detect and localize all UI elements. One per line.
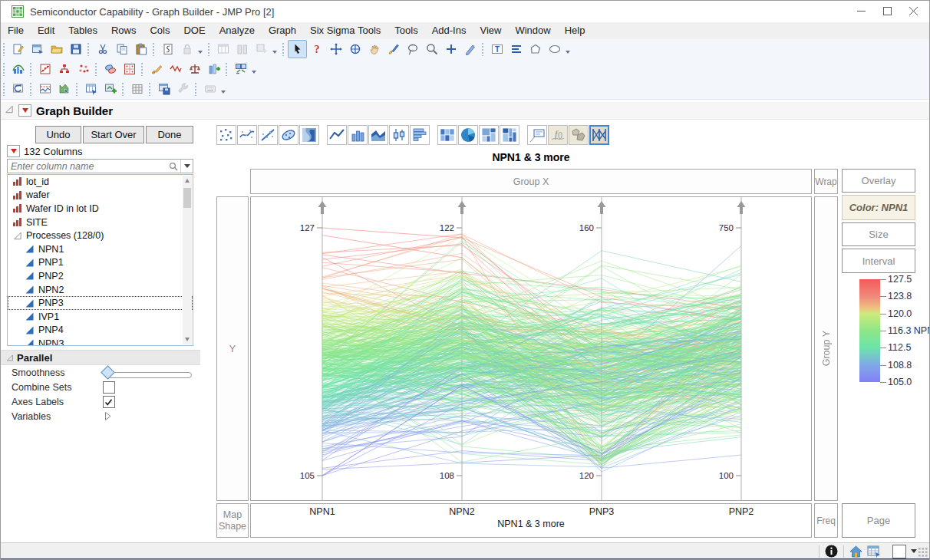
toolbar-grip[interactable] bbox=[194, 82, 197, 96]
collapse-triangle-icon[interactable] bbox=[5, 354, 14, 362]
oval-annotation-button[interactable] bbox=[545, 40, 564, 58]
new-window-button[interactable] bbox=[28, 40, 47, 58]
menu-item-tools[interactable]: Tools bbox=[388, 22, 424, 39]
toolbar-overflow-icon[interactable] bbox=[198, 51, 203, 54]
menu-item-file[interactable]: File bbox=[1, 22, 31, 39]
palette-ellipse-icon[interactable] bbox=[279, 125, 298, 145]
copy-button[interactable] bbox=[112, 40, 131, 58]
crosshair-tool-button[interactable] bbox=[326, 40, 345, 58]
bullseye-tool-button[interactable] bbox=[345, 40, 364, 58]
scroll-up-icon[interactable] bbox=[185, 179, 190, 183]
journal-refresh-button[interactable] bbox=[8, 80, 28, 98]
search-dropdown-button[interactable] bbox=[181, 164, 193, 168]
size-zone-button[interactable]: Size bbox=[842, 222, 915, 246]
interval-zone-button[interactable]: Interval bbox=[842, 249, 915, 273]
menu-item-cols[interactable]: Cols bbox=[143, 22, 176, 39]
help-tool-button[interactable]: ? bbox=[307, 40, 326, 58]
distribution-button[interactable] bbox=[8, 60, 28, 78]
journal-button[interactable] bbox=[158, 40, 177, 58]
grid-table-button[interactable] bbox=[127, 80, 147, 98]
palette-mosaic-icon[interactable] bbox=[500, 125, 519, 145]
graph-pointer-button[interactable] bbox=[54, 80, 74, 98]
column-item-wafer-id-in-lot-id[interactable]: Wafer ID in lot ID bbox=[8, 202, 193, 216]
palette-area-icon[interactable] bbox=[368, 125, 388, 145]
view-plus-button[interactable] bbox=[101, 80, 120, 98]
axis-up-arrow-icon[interactable] bbox=[598, 201, 606, 214]
pencil-tool-button[interactable] bbox=[460, 40, 480, 58]
menu-item-view[interactable]: View bbox=[473, 22, 508, 39]
toolbar-overflow-icon[interactable] bbox=[566, 51, 570, 54]
brush-tool-button[interactable] bbox=[384, 40, 403, 58]
overlay-zone-button[interactable]: Overlay bbox=[842, 169, 915, 193]
palette-bar-icon[interactable] bbox=[348, 125, 368, 145]
scroll-down-icon[interactable] bbox=[185, 338, 190, 341]
hierarchy-button[interactable] bbox=[54, 60, 74, 78]
menu-item-graph[interactable]: Graph bbox=[262, 22, 303, 39]
palette-heatmap-icon[interactable] bbox=[437, 125, 457, 145]
palette-box-plot-icon[interactable] bbox=[389, 125, 409, 145]
menu-item-six-sigma-tools[interactable]: Six Sigma Tools bbox=[303, 22, 388, 39]
menu-item-window[interactable]: Window bbox=[508, 22, 557, 39]
drop-zone-group-x[interactable]: Group X bbox=[250, 169, 812, 194]
drop-zone-y[interactable]: Y bbox=[216, 196, 249, 501]
drop-zone-freq[interactable]: Freq bbox=[814, 503, 838, 538]
columns-red-triangle-button[interactable] bbox=[7, 145, 20, 157]
toolbar-grip[interactable] bbox=[481, 42, 484, 56]
palette-contour-icon[interactable] bbox=[299, 125, 319, 145]
axis-up-arrow-icon[interactable] bbox=[458, 201, 467, 214]
fit-y-by-x-button[interactable] bbox=[35, 60, 54, 78]
profiler-button[interactable] bbox=[231, 60, 250, 78]
toolbar-grip[interactable] bbox=[152, 42, 155, 56]
undo-button[interactable]: Undo bbox=[35, 126, 81, 143]
quality-brush-button[interactable] bbox=[147, 60, 166, 78]
column-item-npn3[interactable]: NPN3 bbox=[8, 337, 193, 346]
column-item-pnp4[interactable]: PNP4 bbox=[8, 324, 193, 338]
column-item-ivp1[interactable]: IVP1 bbox=[8, 310, 193, 324]
menu-item-analyze[interactable]: Analyze bbox=[213, 22, 262, 39]
axis-up-arrow-icon[interactable] bbox=[737, 201, 746, 214]
toolbar-grip[interactable] bbox=[207, 42, 210, 56]
toolbar-grip[interactable] bbox=[29, 82, 32, 96]
control-chart-button[interactable] bbox=[166, 60, 185, 78]
variables-disclosure-icon[interactable] bbox=[104, 410, 112, 424]
column-item-processes-128-0-[interactable]: Processes (128/0) bbox=[8, 229, 193, 242]
cluster-button[interactable] bbox=[74, 60, 93, 78]
column-list-scrollbar[interactable] bbox=[183, 176, 192, 344]
toolbar-overflow-icon[interactable] bbox=[221, 91, 226, 94]
toolbar-grip[interactable] bbox=[94, 62, 97, 76]
table-status-icon[interactable] bbox=[867, 545, 881, 558]
color-legend-gradient[interactable] bbox=[859, 279, 880, 382]
new-script-button[interactable] bbox=[8, 40, 28, 58]
red-triangle-menu-button[interactable] bbox=[18, 104, 31, 117]
toolbar-grip[interactable] bbox=[2, 42, 5, 56]
palette-map-shapes-icon[interactable] bbox=[569, 125, 589, 145]
minimize-button[interactable] bbox=[848, 2, 874, 20]
collapse-triangle-icon[interactable] bbox=[4, 104, 14, 117]
menu-item-add-ins[interactable]: Add-Ins bbox=[425, 22, 473, 39]
close-button[interactable] bbox=[900, 2, 926, 20]
tabulate-button[interactable] bbox=[81, 80, 101, 98]
drop-zone-map-shape[interactable]: Map Shape bbox=[216, 503, 249, 538]
color-zone-button[interactable]: Color: NPN1 bbox=[842, 195, 915, 220]
toolbar-grip[interactable] bbox=[225, 62, 228, 76]
parallel-panel-header[interactable]: Parallel bbox=[1, 350, 200, 365]
toolbar-grip[interactable] bbox=[140, 62, 143, 76]
home-icon[interactable] bbox=[849, 545, 862, 558]
swatch-dropdown-icon[interactable] bbox=[911, 549, 917, 553]
menu-item-rows[interactable]: Rows bbox=[104, 22, 143, 39]
scrollbar-thumb[interactable] bbox=[183, 188, 191, 208]
paste-button[interactable] bbox=[131, 40, 150, 58]
open-button[interactable] bbox=[47, 40, 66, 58]
menu-item-doe[interactable]: DOE bbox=[176, 22, 212, 39]
lasso-tool-button[interactable] bbox=[403, 40, 422, 58]
axes-labels-checkbox[interactable] bbox=[103, 396, 115, 408]
toolbar-grip[interactable] bbox=[282, 42, 285, 56]
column-item-npn2[interactable]: NPN2 bbox=[8, 283, 193, 297]
column-item-npn1[interactable]: NPN1 bbox=[8, 242, 193, 256]
done-button[interactable]: Done bbox=[146, 126, 193, 143]
palette-smoother-icon[interactable] bbox=[237, 125, 257, 145]
palette-line-icon[interactable] bbox=[327, 125, 347, 145]
scatter-matrix-button[interactable] bbox=[120, 60, 139, 78]
palette-caption-box-icon[interactable] bbox=[527, 125, 547, 145]
save-button[interactable] bbox=[66, 40, 85, 58]
